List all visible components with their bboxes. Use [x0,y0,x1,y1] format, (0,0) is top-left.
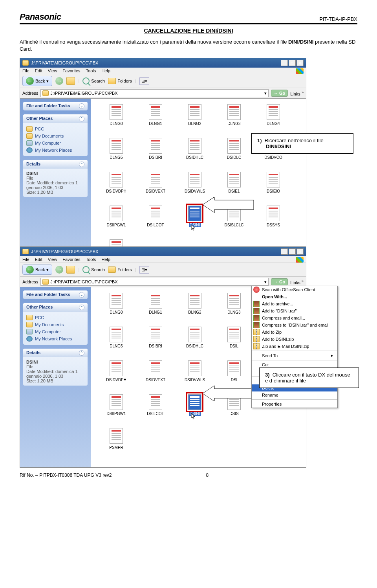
file-item[interactable]: DLNG1 [138,104,173,136]
folders-button[interactable]: Folders [108,78,132,84]
callout-1: 1) Ricercare nell'elenco il file DINI/DS… [251,133,353,154]
cursor-icon [191,224,196,232]
file-item[interactable]: DSIDVEXT [138,172,173,203]
file-item[interactable]: DSIEIO [256,172,291,203]
menu-help[interactable]: Help [101,68,110,73]
menu-tools[interactable]: Tools [86,68,96,73]
context-menu: Scan with OfficeScan Client Open With...… [251,286,338,408]
folder-icon [22,60,29,66]
brand: Panasonic [20,12,61,22]
close-button[interactable]: × [296,60,304,66]
file-item[interactable]: DLNG0 [99,104,134,136]
file-item[interactable]: DLNG2 [177,104,212,136]
file-item[interactable]: DSIBRI [138,138,173,169]
file-item[interactable]: DLNG3 [216,104,252,136]
menu-view[interactable]: View [48,68,57,73]
menu-add-archive[interactable]: Add to archive... [252,300,337,307]
menu-scan[interactable]: Scan with OfficeScan Client [252,286,337,293]
explorer-window-1: J:\PRIVATE\MEIGROUP\PCC\PBX _ □ × File E… [20,58,306,279]
menu-send-to[interactable]: Send To▸ [252,352,337,359]
doc-code: PIT-TDA-IP-PBX [319,16,357,22]
menu-compress-rar-email[interactable]: Compress to "DSINI.rar" and email [252,322,337,329]
back-button[interactable]: ←Back▾ [22,265,52,275]
sidebar-item-network[interactable]: My Network Places [26,147,84,154]
menu-add-dsini-zip[interactable]: Add to DSINI.zip [252,336,337,343]
callout-arrow-icon [203,197,254,213]
address-input[interactable]: J:\PRIVATE\MEIGROUP\PCC\PBX▾ [40,89,268,97]
menu-favorites[interactable]: Favorites [62,68,80,73]
menu-file[interactable]: File [22,68,29,73]
menu-compress-email[interactable]: Compress and email... [252,314,337,322]
menu-properties[interactable]: Properties [252,401,337,408]
views-button[interactable]: ⊞▾ [139,77,149,85]
menu-add-rar[interactable]: Add to "DSINI.rar" [252,307,337,314]
address-bar: Address J:\PRIVATE\MEIGROUP\PCC\PBX▾ → G… [20,88,306,99]
file-item[interactable]: DSIDLC [216,138,252,169]
file-item[interactable]: DSIDHLC [177,138,212,169]
cursor-icon [191,413,196,420]
section-title: CANCELLAZIONE FILE DINI/DSINI [20,28,357,34]
file-item[interactable]: DSIIPGW1 [99,206,134,237]
menu-rename[interactable]: Rename [252,391,337,399]
header-bar [20,23,357,24]
menu-add-zip[interactable]: Add to Zip [252,329,337,336]
menu-edit[interactable]: Edit [35,68,42,73]
sidebar-item-mycomputer[interactable]: My Computer [26,140,84,147]
file-item[interactable]: DLNG5 [99,138,134,169]
sidebar-item-mydocs[interactable]: My Documents [26,132,84,140]
callout-arrow-icon [203,386,254,401]
menu-zip-email[interactable]: Zip and E-Mail DSINI.zip [252,343,337,350]
toolbar: ←Back▾ → | Search Folders | ⊞▾ [20,74,306,88]
menu-open-with[interactable]: Open With... [252,293,337,300]
close-button[interactable]: × [296,248,304,255]
other-places-head[interactable]: Other Places⌃ [23,114,88,123]
file-item[interactable]: DSSYS [256,206,291,237]
search-button[interactable]: Search [82,77,105,85]
intro-paragraph: Affinchè il centralino venga successivam… [20,39,357,52]
forward-button[interactable]: → [55,77,63,85]
details-head[interactable]: Details⌃ [23,160,88,169]
file-item[interactable]: DLNG4 [256,104,291,136]
go-button[interactable]: → Go [271,90,288,97]
maximize-button[interactable]: □ [289,60,296,66]
sidebar-item-pcc[interactable]: PCC [26,125,84,132]
minimize-button[interactable]: _ [281,60,288,66]
up-button[interactable] [66,77,75,85]
callout-3: 3) Cliccare con il tasto DX del mouse e … [259,368,359,388]
back-button[interactable]: ←Back▾ [22,76,52,86]
file-item[interactable]: DSIDVDPH [99,172,134,203]
minimize-button[interactable]: _ [281,248,288,255]
details-body: DSINI File Date Modified: domenica 1 gen… [23,169,88,197]
windows-logo-icon [296,68,304,74]
page-footer: Rif No. – PITPBX-IT0306 TDA UPG V3 rev2 … [20,472,357,478]
menubar: File Edit View Favorites Tools Help [20,68,306,74]
file-item[interactable]: DSILCOT [138,206,173,237]
tasks-panel-head[interactable]: File and Folder Tasks⌄ [23,102,88,110]
maximize-button[interactable]: □ [289,248,296,255]
titlebar: J:\PRIVATE\MEIGROUP\PCC\PBX _ □ × [20,58,306,68]
links[interactable]: Links » [290,90,304,96]
